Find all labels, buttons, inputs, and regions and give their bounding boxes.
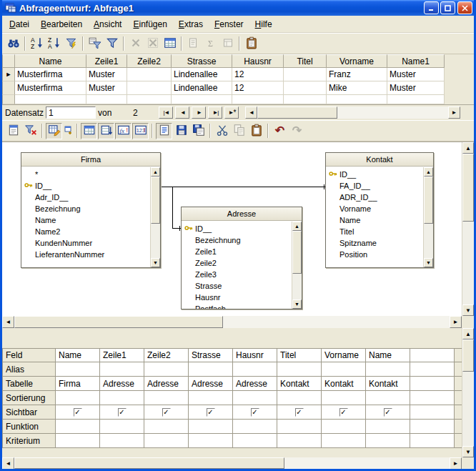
new-record-button[interactable]: ►* <box>224 106 239 119</box>
scrollbar-track[interactable] <box>14 316 450 328</box>
result-cell[interactable] <box>86 95 127 104</box>
datasheet-view-button[interactable] <box>162 36 178 52</box>
redo-button[interactable]: ↷ <box>289 123 305 139</box>
query-cell[interactable]: Adresse <box>144 377 189 391</box>
scroll-up-icon[interactable]: ▲ <box>424 167 433 177</box>
field-item[interactable]: Bezeichnung <box>182 234 292 246</box>
sql-view-button[interactable] <box>156 123 172 139</box>
column-header[interactable]: Zeile2 <box>127 54 172 68</box>
field-item[interactable]: Name <box>326 214 423 226</box>
table-window-title[interactable]: Kontakt <box>326 153 433 167</box>
scrollbar-track[interactable] <box>257 106 448 119</box>
remove-filter-button[interactable] <box>22 123 39 139</box>
field-item[interactable]: Strasse <box>182 280 292 292</box>
titlebar[interactable]: Abfrageentwurf: Abfrage1 <box>2 0 474 16</box>
result-cell[interactable]: Lindenallee <box>172 81 232 95</box>
visible-checkbox[interactable] <box>162 408 171 417</box>
show-criteria-row-button[interactable]: 123! <box>132 123 149 139</box>
scroll-down-icon[interactable]: ▼ <box>151 258 160 267</box>
result-cell[interactable]: Muster <box>387 81 445 95</box>
maximize-button[interactable] <box>440 1 455 14</box>
design-view-button[interactable] <box>46 123 62 139</box>
visible-checkbox[interactable] <box>74 408 82 417</box>
menu-einfuegen[interactable]: Einfügen <box>127 17 172 31</box>
scrollbar-thumb[interactable] <box>292 231 302 274</box>
menu-ansicht[interactable]: Ansicht <box>88 17 127 31</box>
scrollbar-track[interactable] <box>292 231 302 299</box>
query-cell[interactable] <box>189 420 233 434</box>
field-item[interactable]: ID__ <box>182 223 292 234</box>
query-cell[interactable] <box>189 434 233 448</box>
result-cell[interactable] <box>284 95 327 104</box>
result-cell[interactable] <box>387 95 445 104</box>
delete-record-button[interactable] <box>144 36 161 52</box>
query-cell[interactable] <box>410 391 455 405</box>
field-item[interactable]: Titel <box>326 226 423 237</box>
query-cell[interactable] <box>322 391 366 405</box>
apply-filter-button[interactable] <box>104 36 120 52</box>
query-cell[interactable] <box>233 420 277 434</box>
record-number-input[interactable]: 1 <box>46 106 96 119</box>
query-cell[interactable] <box>56 362 100 377</box>
result-cell[interactable]: 12 <box>232 68 284 81</box>
query-cell[interactable] <box>56 434 100 448</box>
scrollbar-thumb[interactable] <box>14 457 284 469</box>
query-vscrollbar[interactable]: ▲ ▼ <box>462 328 474 457</box>
query-cell[interactable] <box>56 391 100 405</box>
query-cell[interactable]: Hausnr <box>233 348 277 362</box>
query-cell[interactable] <box>56 420 100 434</box>
field-item[interactable]: Spitzname <box>326 237 423 249</box>
result-cell[interactable]: 12 <box>232 81 284 95</box>
field-item[interactable]: Hausnr <box>182 292 292 303</box>
result-cell[interactable] <box>284 68 327 81</box>
scrollbar-thumb[interactable] <box>424 177 433 224</box>
table-window-firma[interactable]: Firma * ID__ Adr_ID__ Bezeichnung Name N… <box>21 152 161 268</box>
column-header[interactable]: Name1 <box>387 54 445 68</box>
field-item[interactable]: Zeile1 <box>182 246 292 257</box>
result-cell[interactable] <box>327 95 387 104</box>
filter-by-selection-button[interactable] <box>63 36 79 52</box>
field-item[interactable]: Bezeichnung <box>21 203 150 214</box>
query-cell[interactable] <box>410 405 455 420</box>
query-cell[interactable] <box>410 362 455 377</box>
totals-button[interactable]: Σ <box>202 36 219 52</box>
find-button[interactable] <box>5 36 21 52</box>
cut-button[interactable] <box>214 123 230 139</box>
result-cell[interactable] <box>15 95 86 104</box>
column-header[interactable]: Hausnr <box>232 54 284 68</box>
query-cell[interactable]: Titel <box>277 348 322 362</box>
result-cell[interactable] <box>284 81 327 95</box>
query-cell[interactable] <box>100 420 144 434</box>
query-cell[interactable] <box>233 391 277 405</box>
field-item[interactable]: Adr_ID__ <box>21 192 150 203</box>
scrollbar-track[interactable] <box>14 457 450 469</box>
scroll-left-icon[interactable]: ◄ <box>245 106 257 119</box>
query-cell[interactable]: Name <box>366 348 410 362</box>
result-cell[interactable] <box>232 95 284 104</box>
result-cell[interactable]: Mike <box>327 81 387 95</box>
query-cell[interactable] <box>366 434 410 448</box>
visible-checkbox[interactable] <box>339 408 348 417</box>
record-selector[interactable] <box>2 81 15 95</box>
save-as-button[interactable] <box>190 123 207 139</box>
delete-filter-button[interactable] <box>127 36 144 52</box>
paste-button[interactable] <box>248 123 264 139</box>
query-cell[interactable] <box>100 391 144 405</box>
result-cell[interactable]: Muster <box>86 81 127 95</box>
query-cell[interactable] <box>366 420 410 434</box>
menu-bearbeiten[interactable]: Bearbeiten <box>35 17 88 31</box>
record-selector[interactable]: ► <box>2 68 15 81</box>
field-item[interactable]: FA_ID__ <box>326 180 423 192</box>
query-cell[interactable]: Name <box>56 348 100 362</box>
field-item[interactable]: Postfach <box>182 303 292 309</box>
show-table-row-button[interactable] <box>81 123 97 139</box>
query-cell[interactable]: Kontakt <box>366 377 410 391</box>
query-cell[interactable] <box>144 434 189 448</box>
query-cell[interactable] <box>144 420 189 434</box>
result-cell[interactable] <box>172 95 232 104</box>
record-selector[interactable] <box>2 95 15 104</box>
close-button[interactable] <box>457 1 472 14</box>
query-cell[interactable]: Zeile2 <box>144 348 189 362</box>
column-header[interactable]: Zeile1 <box>86 54 127 68</box>
properties-button[interactable] <box>219 36 236 52</box>
